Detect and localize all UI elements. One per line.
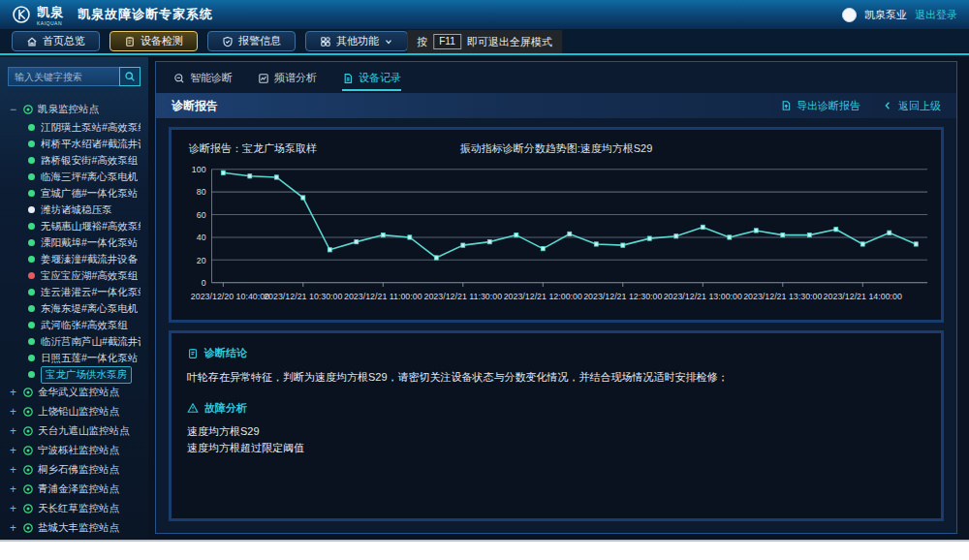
chevron-down-icon (384, 37, 393, 47)
sidebar: −凯泉监控站点江阴璜土泵站#高效泵组柯桥平水绍诸#截流井设备路桥银安街#高效泵组… (0, 57, 148, 538)
tree-leaf-label: 武河临张#高效泵组 (41, 319, 128, 332)
tree-group-station[interactable]: +上饶铅山监控站点 (8, 402, 141, 421)
tree-group-station[interactable]: +天长红草监控站点 (8, 499, 141, 518)
tree-leaf-label: 宝龙广场供水泵房 (41, 366, 132, 384)
svg-text:2023/12/20 10:40:00: 2023/12/20 10:40:00 (191, 291, 269, 300)
location-pin-icon (22, 464, 34, 476)
tree-group-label: 桐乡石佛监控站点 (38, 463, 119, 477)
app-window: 凯泉 KAIQUAN 凯泉故障诊断专家系统 凯泉泵业 退出登录 首页总览设备检测… (0, 0, 969, 560)
tree-group-station[interactable]: +盐城大丰监控站点 (8, 518, 141, 538)
location-pin-icon (22, 522, 34, 534)
svg-text:2023/12/21 11:00:00: 2023/12/21 11:00:00 (344, 291, 422, 300)
tree-group-station[interactable]: +宁波栎社监控站点 (8, 441, 141, 460)
tree-leaf-station[interactable]: 东海东堤#离心泵电机 (8, 300, 141, 317)
trend-line-chart[interactable]: 0204060801002023/12/20 10:40:002023/12/2… (179, 157, 933, 320)
station-tree: −凯泉监控站点江阴璜土泵站#高效泵组柯桥平水绍诸#截流井设备路桥银安街#高效泵组… (8, 100, 141, 538)
tree-leaf-station[interactable]: 宝龙广场供水泵房 (8, 366, 141, 383)
tab-2[interactable]: 频谱分析 (258, 72, 317, 91)
search-button[interactable] (119, 67, 141, 86)
expand-icon[interactable]: + (8, 504, 18, 514)
logout-link[interactable]: 退出登录 (915, 8, 957, 22)
search-input[interactable] (8, 67, 119, 86)
tree-leaf-label: 无锡惠山堰裕#高效泵组 (41, 220, 141, 233)
tree-leaf-station[interactable]: 临海三坪#离心泵电机 (8, 169, 141, 185)
tree-group-station[interactable]: +金华武义监控站点 (8, 383, 141, 402)
tree-leaf-station[interactable]: 临沂莒南芦山#截流井设备 (8, 333, 141, 350)
expand-icon[interactable]: + (8, 407, 18, 418)
status-dot-red (28, 272, 35, 279)
alarm-info-icon (222, 36, 234, 47)
expand-icon[interactable]: + (8, 446, 18, 456)
nav-button-label: 报警信息 (238, 34, 281, 48)
nav-button-2[interactable]: 设备检测 (109, 31, 198, 51)
tree-group-station[interactable]: +青浦金泽监控站点 (8, 480, 141, 499)
tree-leaf-label: 柯桥平水绍诸#截流井设备 (41, 138, 141, 151)
conclusion-title: 诊断结论 (204, 346, 247, 360)
tree-group-station[interactable]: +天台九遮山监控站点 (8, 421, 141, 441)
nav-button-1[interactable]: 首页总览 (12, 31, 100, 51)
tab-label: 设备记录 (359, 71, 401, 85)
tree-leaf-station[interactable]: 姜堰溱潼#截流井设备 (8, 251, 141, 267)
nav-button-4[interactable]: 其他功能 (305, 31, 408, 51)
collapse-icon[interactable]: − (8, 105, 18, 115)
svg-text:80: 80 (197, 187, 206, 197)
spectrum-analysis-icon (258, 73, 269, 84)
tree-leaf-label: 溧阳戴埠#一体化泵站 (41, 236, 138, 250)
status-dot-green (28, 124, 35, 131)
nav-button-3[interactable]: 报警信息 (207, 31, 296, 51)
svg-text:100: 100 (192, 165, 206, 174)
status-dot-green (28, 322, 35, 328)
tree-leaf-label: 姜堰溱潼#截流井设备 (41, 253, 138, 266)
back-button[interactable]: 返回上级 (882, 99, 941, 113)
toast-suffix: 即可退出全屏模式 (467, 35, 552, 49)
expand-icon[interactable]: + (8, 388, 18, 398)
expand-icon[interactable]: + (8, 484, 18, 495)
tree-leaf-station[interactable]: 潍坊诸城稳压泵 (8, 202, 141, 218)
tree-leaf-station[interactable]: 连云港灌云#一体化泵站 (8, 284, 141, 300)
tree-group-station[interactable]: +桐乡石佛监控站点 (8, 460, 141, 480)
nav-button-label: 其他功能 (336, 34, 379, 48)
avatar[interactable] (842, 8, 857, 22)
tree-leaf-label: 临海三坪#离心泵电机 (41, 171, 138, 184)
tree-leaf-station[interactable]: 柯桥平水绍诸#截流井设备 (8, 136, 141, 152)
main-panel: 智能诊断频谱分析设备记录 诊断报告 导出诊断报告 返回上级 (155, 61, 957, 534)
tree-leaf-station[interactable]: 江阴璜土泵站#高效泵组 (8, 119, 141, 136)
export-icon (780, 100, 792, 111)
tree-leaf-label: 临沂莒南芦山#截流井设备 (41, 335, 141, 349)
location-pin-icon (22, 445, 34, 456)
location-pin-icon (22, 503, 34, 514)
status-dot-green (28, 190, 35, 197)
tree-leaf-station[interactable]: 路桥银安街#高效泵组 (8, 152, 141, 169)
diagnosis-tabs: 智能诊断频谱分析设备记录 (156, 62, 956, 91)
expand-icon[interactable]: + (8, 465, 18, 476)
tree-leaf-station[interactable]: 溧阳戴埠#一体化泵站 (8, 234, 141, 251)
tree-leaf-station[interactable]: 宝应宝应湖#高效泵组 (8, 267, 141, 284)
tree-group-label: 青浦金泽监控站点 (38, 482, 119, 496)
conclusion-clipboard-icon (187, 348, 199, 359)
tree-group-label: 金华武义监控站点 (38, 386, 119, 399)
toast-prefix: 按 (417, 35, 427, 49)
expand-icon[interactable]: + (8, 523, 18, 534)
tree-leaf-station[interactable]: 无锡惠山堰裕#高效泵组 (8, 218, 141, 234)
section-title: 诊断报告 (172, 98, 218, 114)
tree-leaf-label: 日照五莲#一体化泵站 (41, 352, 138, 365)
search-icon (124, 71, 136, 82)
analysis-line: 速度均方根超过限定阈值 (187, 440, 925, 457)
page-title: 凯泉故障诊断专家系统 (78, 6, 213, 23)
tree-leaf-station[interactable]: 宣城广德#一体化泵站 (8, 185, 141, 202)
nav-button-label: 首页总览 (43, 34, 85, 48)
home-icon (26, 36, 38, 47)
svg-text:2023/12/21 14:00:00: 2023/12/21 14:00:00 (824, 291, 902, 300)
tab-1[interactable]: 智能诊断 (173, 72, 233, 91)
tree-leaf-station[interactable]: 日照五莲#一体化泵站 (8, 350, 141, 366)
location-pin-icon (22, 483, 34, 495)
tree-leaf-station[interactable]: 武河临张#高效泵组 (8, 317, 141, 333)
export-report-button[interactable]: 导出诊断报告 (780, 99, 860, 113)
export-label: 导出诊断报告 (797, 99, 860, 113)
expand-icon[interactable]: + (8, 426, 18, 437)
svg-text:60: 60 (197, 209, 206, 219)
brand-logo: 凯泉 KAIQUAN (12, 3, 64, 26)
status-dot-green (28, 305, 35, 312)
tab-3[interactable]: 设备记录 (342, 72, 401, 91)
tree-root-station[interactable]: −凯泉监控站点 (8, 100, 141, 119)
